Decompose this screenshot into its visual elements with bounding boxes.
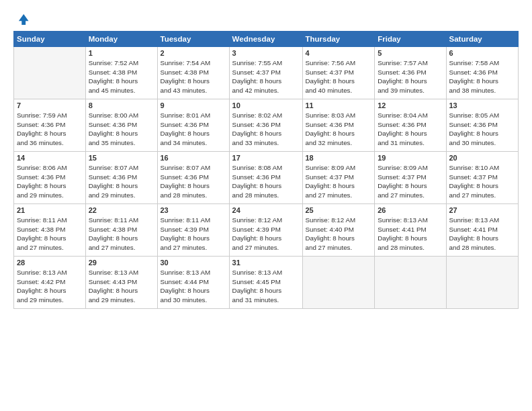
calendar-header-sunday: Sunday (14, 32, 86, 47)
calendar-header-tuesday: Tuesday (157, 32, 229, 47)
day-detail: Sunrise: 8:09 AM Sunset: 4:37 PM Dayligh… (378, 163, 443, 200)
day-detail: Sunrise: 7:59 AM Sunset: 4:36 PM Dayligh… (17, 111, 83, 148)
calendar-day: 29Sunrise: 8:13 AM Sunset: 4:43 PM Dayli… (85, 257, 157, 309)
day-detail: Sunrise: 8:11 AM Sunset: 4:39 PM Dayligh… (161, 216, 226, 253)
calendar-day: 6Sunrise: 7:58 AM Sunset: 4:36 PM Daylig… (446, 47, 519, 99)
day-detail: Sunrise: 8:03 AM Sunset: 4:36 PM Dayligh… (306, 111, 372, 148)
calendar-day: 4Sunrise: 7:56 AM Sunset: 4:37 PM Daylig… (302, 47, 375, 99)
day-detail: Sunrise: 8:08 AM Sunset: 4:36 PM Dayligh… (232, 163, 300, 200)
calendar-day: 28Sunrise: 8:13 AM Sunset: 4:42 PM Dayli… (14, 257, 86, 309)
calendar-day (302, 257, 375, 309)
day-number: 1 (89, 49, 154, 57)
day-detail: Sunrise: 7:56 AM Sunset: 4:37 PM Dayligh… (306, 58, 372, 95)
page: SundayMondayTuesdayWednesdayThursdayFrid… (0, 0, 532, 411)
day-number: 11 (306, 101, 372, 109)
day-number: 29 (89, 259, 154, 267)
calendar-header-wednesday: Wednesday (229, 32, 302, 47)
calendar-day: 11Sunrise: 8:03 AM Sunset: 4:36 PM Dayli… (302, 99, 375, 152)
day-number: 17 (232, 154, 300, 162)
calendar-day: 16Sunrise: 8:07 AM Sunset: 4:36 PM Dayli… (157, 152, 229, 204)
day-detail: Sunrise: 8:11 AM Sunset: 4:38 PM Dayligh… (89, 216, 154, 253)
day-detail: Sunrise: 8:06 AM Sunset: 4:36 PM Dayligh… (17, 163, 83, 200)
calendar-day: 21Sunrise: 8:11 AM Sunset: 4:38 PM Dayli… (14, 204, 86, 257)
day-detail: Sunrise: 8:13 AM Sunset: 4:44 PM Dayligh… (161, 268, 226, 305)
day-number: 16 (161, 154, 226, 162)
calendar-header-thursday: Thursday (302, 32, 375, 47)
calendar-day: 31Sunrise: 8:13 AM Sunset: 4:45 PM Dayli… (229, 257, 302, 309)
calendar-day (446, 257, 519, 309)
day-detail: Sunrise: 8:13 AM Sunset: 4:43 PM Dayligh… (89, 268, 154, 305)
day-number: 20 (449, 154, 516, 162)
calendar-day: 23Sunrise: 8:11 AM Sunset: 4:39 PM Dayli… (157, 204, 229, 257)
day-detail: Sunrise: 8:07 AM Sunset: 4:36 PM Dayligh… (161, 163, 226, 200)
day-detail: Sunrise: 8:13 AM Sunset: 4:41 PM Dayligh… (378, 216, 443, 253)
calendar-day: 25Sunrise: 8:12 AM Sunset: 4:40 PM Dayli… (302, 204, 375, 257)
day-detail: Sunrise: 8:10 AM Sunset: 4:37 PM Dayligh… (449, 163, 516, 200)
calendar-week-3: 21Sunrise: 8:11 AM Sunset: 4:38 PM Dayli… (14, 204, 519, 257)
day-detail: Sunrise: 8:02 AM Sunset: 4:36 PM Dayligh… (232, 111, 300, 148)
calendar-day: 27Sunrise: 8:13 AM Sunset: 4:41 PM Dayli… (446, 204, 519, 257)
day-number: 27 (449, 206, 516, 214)
day-number: 10 (232, 101, 300, 109)
calendar-week-2: 14Sunrise: 8:06 AM Sunset: 4:36 PM Dayli… (14, 152, 519, 204)
day-number: 22 (89, 206, 154, 214)
day-number: 25 (306, 206, 372, 214)
day-detail: Sunrise: 8:13 AM Sunset: 4:42 PM Dayligh… (17, 268, 83, 305)
calendar-week-0: 1Sunrise: 7:52 AM Sunset: 4:38 PM Daylig… (14, 47, 519, 99)
calendar-day: 26Sunrise: 8:13 AM Sunset: 4:41 PM Dayli… (375, 204, 446, 257)
day-detail: Sunrise: 7:52 AM Sunset: 4:38 PM Dayligh… (89, 58, 154, 95)
day-detail: Sunrise: 8:09 AM Sunset: 4:37 PM Dayligh… (306, 163, 372, 200)
day-detail: Sunrise: 8:13 AM Sunset: 4:45 PM Dayligh… (232, 268, 300, 305)
calendar-day: 20Sunrise: 8:10 AM Sunset: 4:37 PM Dayli… (446, 152, 519, 204)
calendar-day: 7Sunrise: 7:59 AM Sunset: 4:36 PM Daylig… (14, 99, 86, 152)
day-number: 12 (378, 101, 443, 109)
day-number: 30 (161, 259, 226, 267)
calendar-day: 9Sunrise: 8:01 AM Sunset: 4:36 PM Daylig… (157, 99, 229, 152)
day-number: 24 (232, 206, 300, 214)
day-detail: Sunrise: 8:07 AM Sunset: 4:36 PM Dayligh… (89, 163, 154, 200)
calendar-day: 18Sunrise: 8:09 AM Sunset: 4:37 PM Dayli… (302, 152, 375, 204)
day-detail: Sunrise: 8:00 AM Sunset: 4:36 PM Dayligh… (89, 111, 154, 148)
day-detail: Sunrise: 7:54 AM Sunset: 4:38 PM Dayligh… (161, 58, 226, 95)
day-number: 3 (232, 49, 300, 57)
calendar-day: 1Sunrise: 7:52 AM Sunset: 4:38 PM Daylig… (85, 47, 157, 99)
calendar-week-1: 7Sunrise: 7:59 AM Sunset: 4:36 PM Daylig… (14, 99, 519, 152)
day-detail: Sunrise: 8:04 AM Sunset: 4:36 PM Dayligh… (378, 111, 443, 148)
calendar-day: 30Sunrise: 8:13 AM Sunset: 4:44 PM Dayli… (157, 257, 229, 309)
day-number: 13 (449, 101, 516, 109)
day-detail: Sunrise: 8:12 AM Sunset: 4:40 PM Dayligh… (306, 216, 372, 253)
day-number: 2 (161, 49, 226, 57)
calendar-day: 2Sunrise: 7:54 AM Sunset: 4:38 PM Daylig… (157, 47, 229, 99)
calendar-day: 5Sunrise: 7:57 AM Sunset: 4:36 PM Daylig… (375, 47, 446, 99)
calendar-day: 12Sunrise: 8:04 AM Sunset: 4:36 PM Dayli… (375, 99, 446, 152)
calendar-header-row: SundayMondayTuesdayWednesdayThursdayFrid… (14, 32, 519, 47)
calendar-day: 14Sunrise: 8:06 AM Sunset: 4:36 PM Dayli… (14, 152, 86, 204)
day-detail: Sunrise: 8:01 AM Sunset: 4:36 PM Dayligh… (161, 111, 226, 148)
calendar-day: 13Sunrise: 8:05 AM Sunset: 4:36 PM Dayli… (446, 99, 519, 152)
day-detail: Sunrise: 8:11 AM Sunset: 4:38 PM Dayligh… (17, 216, 83, 253)
calendar-header-saturday: Saturday (446, 32, 519, 47)
calendar-day: 22Sunrise: 8:11 AM Sunset: 4:38 PM Dayli… (85, 204, 157, 257)
calendar-week-4: 28Sunrise: 8:13 AM Sunset: 4:42 PM Dayli… (14, 257, 519, 309)
calendar: SundayMondayTuesdayWednesdayThursdayFrid… (13, 31, 519, 309)
day-number: 5 (378, 49, 443, 57)
day-number: 18 (306, 154, 372, 162)
day-detail: Sunrise: 8:12 AM Sunset: 4:39 PM Dayligh… (232, 216, 300, 253)
svg-marker-0 (19, 14, 29, 25)
day-number: 6 (449, 49, 516, 57)
day-number: 19 (378, 154, 443, 162)
day-number: 15 (89, 154, 154, 162)
day-number: 7 (17, 101, 83, 109)
logo-icon (15, 12, 30, 27)
day-number: 28 (17, 259, 83, 267)
calendar-day: 3Sunrise: 7:55 AM Sunset: 4:37 PM Daylig… (229, 47, 302, 99)
day-detail: Sunrise: 7:57 AM Sunset: 4:36 PM Dayligh… (378, 58, 443, 95)
day-number: 23 (161, 206, 226, 214)
day-number: 14 (17, 154, 83, 162)
header (13, 12, 519, 27)
day-detail: Sunrise: 7:58 AM Sunset: 4:36 PM Dayligh… (449, 58, 516, 95)
day-number: 8 (89, 101, 154, 109)
day-number: 4 (306, 49, 372, 57)
calendar-header-monday: Monday (85, 32, 157, 47)
calendar-day: 19Sunrise: 8:09 AM Sunset: 4:37 PM Dayli… (375, 152, 446, 204)
